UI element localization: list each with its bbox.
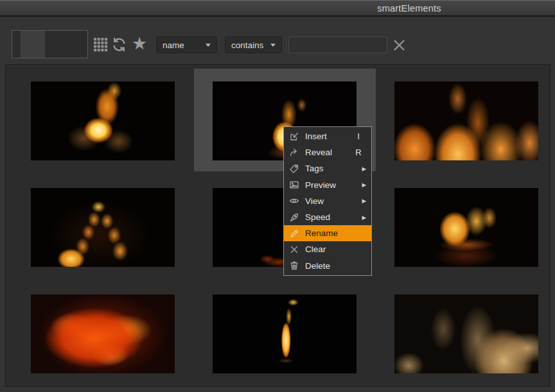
rocket-icon	[288, 212, 299, 223]
clip-thumbnail[interactable]	[394, 294, 538, 373]
filter-operator-dropdown[interactable]: contains	[225, 37, 282, 53]
favorites-star-icon[interactable]: ★	[130, 33, 149, 54]
context-menu: InsertIRevealRTags▶Preview▶View▶Speed▶Re…	[283, 126, 372, 276]
menu-item-clear[interactable]: Clear	[284, 241, 371, 257]
clip-cell[interactable]	[12, 175, 194, 278]
menu-item-reveal[interactable]: RevealR	[284, 144, 371, 160]
clip-cell[interactable]	[12, 282, 194, 384]
search-input[interactable]	[288, 37, 387, 53]
menu-item-label: Insert	[305, 132, 345, 141]
menu-item-preview[interactable]: Preview▶	[284, 177, 371, 193]
submenu-arrow-icon: ▶	[351, 182, 366, 188]
menu-item-delete[interactable]: Delete	[284, 258, 371, 274]
clip-cell[interactable]	[376, 69, 555, 171]
filter-field-value: name	[163, 40, 184, 50]
chevron-down-icon	[206, 44, 211, 47]
clip-cell[interactable]	[194, 282, 376, 384]
trash-icon	[288, 260, 299, 271]
submenu-arrow-icon: ▶	[351, 166, 366, 172]
x-icon	[288, 244, 299, 255]
clip-cell[interactable]	[12, 69, 194, 171]
image-icon	[288, 180, 299, 190]
insert-icon	[288, 132, 299, 142]
menu-item-label: Delete	[305, 261, 345, 271]
clip-thumbnail[interactable]	[394, 188, 538, 267]
window-title: smartElements	[377, 3, 441, 13]
menu-item-rename[interactable]: Rename	[284, 225, 371, 241]
filter-field-dropdown[interactable]: name	[156, 37, 217, 53]
submenu-arrow-icon: ▶	[351, 214, 366, 221]
title-bar: smartElements	[0, 0, 555, 17]
preview-scrub-strip	[21, 31, 45, 58]
menu-item-label: Speed	[305, 212, 345, 222]
grid-view-icon[interactable]	[93, 37, 109, 53]
clip-library-panel	[5, 64, 551, 387]
menu-item-label: Clear	[305, 244, 345, 254]
clip-thumbnail[interactable]	[31, 188, 175, 267]
refresh-icon[interactable]	[110, 36, 128, 53]
menu-shortcut: R	[351, 148, 366, 157]
clip-preview-box[interactable]	[12, 30, 88, 58]
reveal-arrow-icon	[288, 148, 299, 158]
menu-item-label: Tags	[305, 164, 345, 173]
clip-cell[interactable]	[376, 282, 555, 384]
menu-shortcut: I	[351, 132, 366, 141]
clip-thumbnail[interactable]	[394, 81, 538, 160]
menu-item-label: Preview	[305, 180, 345, 190]
menu-item-insert[interactable]: InsertI	[284, 128, 371, 144]
clip-thumbnail[interactable]	[31, 294, 175, 373]
menu-item-label: Rename	[305, 228, 345, 238]
submenu-arrow-icon: ▶	[351, 198, 366, 204]
clip-thumbnail[interactable]	[213, 294, 357, 373]
toolbar: ★ name contains	[0, 17, 555, 64]
clip-cell[interactable]	[376, 175, 555, 278]
pencil-icon	[288, 228, 299, 239]
filter-operator-value: contains	[231, 40, 263, 50]
menu-item-tags[interactable]: Tags▶	[284, 160, 371, 176]
menu-item-view[interactable]: View▶	[284, 193, 371, 209]
menu-item-label: Reveal	[305, 148, 345, 157]
menu-item-label: View	[305, 196, 345, 206]
tag-icon	[288, 164, 299, 174]
eye-icon	[288, 196, 299, 206]
clip-thumbnail[interactable]	[31, 81, 175, 160]
chevron-down-icon	[270, 44, 276, 47]
clear-search-icon[interactable]	[391, 37, 407, 53]
menu-item-speed[interactable]: Speed▶	[284, 209, 371, 225]
